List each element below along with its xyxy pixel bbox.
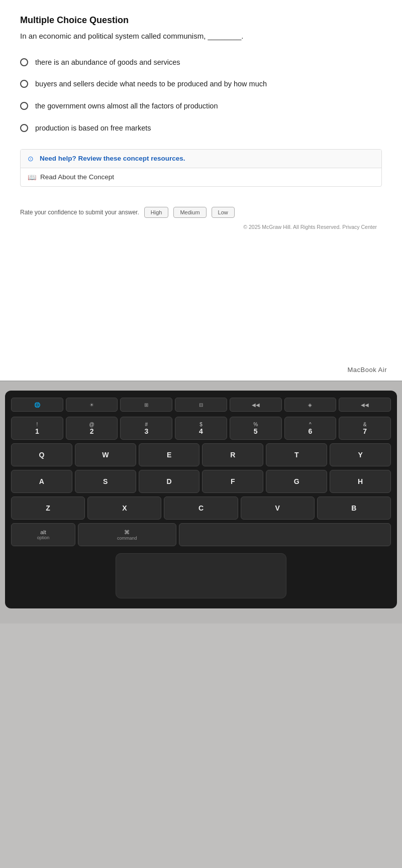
key-d[interactable]: D (139, 470, 200, 493)
alt-option-key[interactable]: alt option (11, 523, 75, 546)
copyright: © 2025 McGraw Hill. All Rights Reserved.… (20, 224, 382, 230)
macbook-brand: MacBook Air (348, 366, 387, 374)
high-button[interactable]: High (144, 207, 169, 218)
fn-key-f5[interactable]: ◀◀ (230, 398, 282, 412)
key-g[interactable]: G (266, 470, 327, 493)
key-a[interactable]: A (11, 470, 72, 493)
option-c[interactable]: the government owns almost all the facto… (20, 101, 382, 112)
back-icon: ◀◀ (252, 402, 260, 408)
zxcv-row: Z X C V B (11, 497, 391, 520)
fn-key-f1[interactable]: 🌐 (11, 398, 63, 412)
confidence-label: Rate your confidence to submit your answ… (20, 209, 139, 216)
help-body: 📖 Read About the Concept (21, 168, 381, 186)
read-link[interactable]: Read About the Concept (40, 173, 114, 181)
option-a[interactable]: there is an abundance of goods and servi… (20, 57, 382, 68)
key-z[interactable]: Z (11, 497, 85, 520)
help-toggle[interactable]: ⊙ Need help? Review these concept resour… (21, 150, 381, 168)
options-list: there is an abundance of goods and servi… (20, 57, 382, 134)
globe-icon: 🌐 (34, 402, 40, 408)
key-h[interactable]: H (330, 470, 391, 493)
volume-icon: ◀◀ (361, 402, 369, 408)
fn-key-f7[interactable]: ◀◀ (339, 398, 391, 412)
trackpad-area (11, 553, 391, 598)
radio-c[interactable] (20, 102, 28, 110)
command-key[interactable]: ⌘ command (78, 523, 176, 546)
key-2[interactable]: @ 2 (66, 417, 118, 440)
bottom-row: alt option ⌘ command (11, 523, 391, 546)
command-icon: ⌘ (124, 529, 130, 536)
alt-label: alt (40, 529, 46, 535)
key-q[interactable]: Q (11, 443, 72, 466)
key-6[interactable]: ^ 6 (284, 417, 337, 440)
option-d[interactable]: production is based on free markets (20, 123, 382, 134)
trackpad[interactable] (116, 553, 286, 598)
fn-key-f3[interactable]: ⊞ (120, 398, 172, 412)
chevron-down-icon: ⊙ (28, 155, 36, 163)
fn-key-f6[interactable]: ◈ (284, 398, 337, 412)
keyboard-inner: 🌐 ☀ ⊞ ⊟ ◀◀ ◈ ◀◀ ! 1 @ 2 # (5, 391, 397, 608)
medium-button[interactable]: Medium (173, 207, 206, 218)
help-section: ⊙ Need help? Review these concept resour… (20, 149, 382, 187)
low-button[interactable]: Low (212, 207, 235, 218)
key-s[interactable]: S (75, 470, 136, 493)
space-key[interactable] (179, 523, 391, 546)
key-y[interactable]: Y (330, 443, 391, 466)
confidence-row: Rate your confidence to submit your answ… (20, 207, 382, 218)
option-b-text: buyers and sellers decide what needs to … (35, 79, 267, 90)
option-b[interactable]: buyers and sellers decide what needs to … (20, 79, 382, 90)
asdf-row: A S D F G H (11, 470, 391, 493)
key-v[interactable]: V (241, 497, 315, 520)
key-b[interactable]: B (317, 497, 391, 520)
key-t[interactable]: T (266, 443, 327, 466)
option-a-text: there is an abundance of goods and servi… (35, 57, 180, 68)
brightness2-icon: ◈ (308, 402, 312, 408)
fn-key-f2[interactable]: ☀ (66, 398, 118, 412)
question-label: Multiple Choice Question (20, 15, 382, 26)
option-c-text: the government owns almost all the facto… (35, 101, 218, 112)
keyboard-body: 🌐 ☀ ⊞ ⊟ ◀◀ ◈ ◀◀ ! 1 @ 2 # (0, 382, 402, 868)
key-3[interactable]: # 3 (120, 417, 172, 440)
key-1[interactable]: ! 1 (11, 417, 63, 440)
book-icon: 📖 (28, 173, 36, 181)
command-label: command (117, 536, 137, 541)
key-7[interactable]: & 7 (339, 417, 391, 440)
brightness-icon: ☀ (89, 402, 94, 408)
key-w[interactable]: W (75, 443, 136, 466)
key-5[interactable]: % 5 (230, 417, 282, 440)
key-4[interactable]: $ 4 (175, 417, 227, 440)
fn-row: 🌐 ☀ ⊞ ⊟ ◀◀ ◈ ◀◀ (11, 398, 391, 412)
qwerty-row: Q W E R T Y (11, 443, 391, 466)
key-r[interactable]: R (202, 443, 263, 466)
radio-a[interactable] (20, 58, 28, 66)
key-c[interactable]: C (164, 497, 238, 520)
keyboard-bezel: 🌐 ☀ ⊞ ⊟ ◀◀ ◈ ◀◀ ! 1 @ 2 # (0, 382, 402, 624)
option-d-text: production is based on free markets (35, 123, 151, 134)
radio-b[interactable] (20, 80, 28, 88)
screen: Multiple Choice Question In an economic … (0, 0, 402, 382)
launchpad-icon: ⊟ (199, 402, 203, 408)
key-e[interactable]: E (139, 443, 200, 466)
key-f[interactable]: F (202, 470, 263, 493)
fn-key-f4[interactable]: ⊟ (175, 398, 227, 412)
mission-control-icon: ⊞ (144, 402, 148, 408)
help-title: Need help? Review these concept resource… (40, 155, 185, 162)
number-row: ! 1 @ 2 # 3 $ 4 % 5 (11, 417, 391, 440)
key-x[interactable]: X (87, 497, 161, 520)
option-label: option (37, 535, 50, 540)
question-text: In an economic and political system call… (20, 31, 382, 42)
radio-d[interactable] (20, 124, 28, 132)
